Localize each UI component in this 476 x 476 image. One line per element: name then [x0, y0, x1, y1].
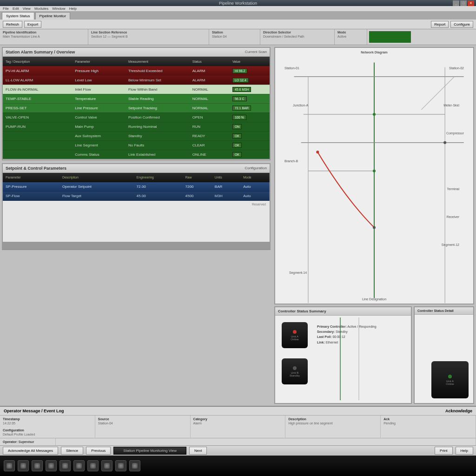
log-row[interactable]: Timestamp14:22:05SourceStation-04Categor… — [0, 416, 476, 427]
table-row[interactable]: FLOW-IN-NORMALInlet FlowFlow Within Band… — [3, 85, 270, 94]
status-badge: 100 % — [232, 115, 246, 120]
configure-button[interactable]: Configure — [450, 21, 473, 28]
menu-item[interactable]: View — [23, 7, 31, 11]
taskbar-app-icon[interactable] — [18, 460, 29, 471]
table-row[interactable]: SP-FlowFlow Target45.004500M3HAuto — [3, 192, 270, 201]
table-row[interactable]: TEMP-STABLETemperatureStable ReadingNORM… — [3, 94, 270, 103]
main-window: Pipeline Workstation _ □ ✕ File Edit Vie… — [0, 0, 476, 456]
status-badge: OK — [232, 133, 242, 139]
right-column: Network Diagram Stat — [272, 45, 476, 406]
menu-item[interactable]: Help — [69, 7, 77, 11]
node-label: Station-02 — [449, 66, 464, 70]
section-title: Operator Message / Event Log — [4, 409, 64, 413]
reserved-label: Reserved — [252, 203, 266, 206]
help-button[interactable]: Help — [456, 447, 473, 455]
taskbar-app-icon[interactable] — [129, 460, 140, 471]
title-bar: Pipeline Workstation _ □ ✕ — [0, 0, 476, 6]
maximize-button[interactable]: □ — [460, 0, 467, 6]
summary-value: Active — [337, 35, 364, 38]
node-label: Receiver — [446, 215, 459, 218]
panel-title: Setpoint & Control Parameters — [6, 166, 66, 171]
node-label: Terminal — [447, 187, 459, 191]
node-label: Compressor — [446, 132, 464, 135]
print-button[interactable]: Print — [435, 447, 452, 455]
panel-title: Controller Status Summary — [278, 309, 326, 313]
tab-pipeline-monitor[interactable]: Pipeline Monitor — [35, 12, 70, 20]
resize-grip[interactable] — [3, 242, 270, 249]
table-row[interactable]: LL-LOW ALARMLevel LowBelow Minimum SetAL… — [3, 75, 270, 85]
node-label: Line Designation — [362, 298, 386, 301]
controller-status-area: Controller Status Summary Unit A Online … — [274, 306, 474, 404]
diagram-svg — [275, 48, 473, 304]
table-row[interactable]: Comms StatusLink EstablishedONLINEOK — [3, 150, 270, 159]
table-row[interactable]: VALVE-OPENControl ValvePosition Confirme… — [3, 112, 270, 122]
status-badge: OK — [232, 152, 242, 157]
field-row: Last Poll: 00:00:12 — [317, 334, 407, 339]
taskbar-app-icon[interactable] — [46, 460, 57, 471]
window-title: Pipeline Workstation — [219, 1, 257, 6]
node-label: Junction-A — [293, 104, 308, 107]
controller-detail-panel: Controller Status Detail Unit A Online — [414, 306, 474, 404]
silence-button[interactable]: Silence — [61, 447, 83, 455]
status-dot-green-icon — [448, 375, 452, 378]
taskbar-app-icon[interactable] — [101, 460, 112, 471]
close-button[interactable]: ✕ — [468, 0, 474, 6]
taskbar-app-icon[interactable] — [32, 460, 43, 471]
alarm-summary-panel: Station Alarm Summary / Overview Current… — [2, 47, 271, 160]
summary-label: Line Section Reference — [91, 31, 206, 34]
log-row[interactable]: ConfigurationDefault Profile Loaded — [0, 427, 476, 438]
body-split: Station Alarm Summary / Overview Current… — [0, 45, 476, 406]
network-diagram-panel[interactable]: Network Diagram Stat — [274, 47, 474, 304]
taskbar-app-icon[interactable] — [115, 460, 126, 471]
svg-point-11 — [373, 226, 376, 229]
menu-item[interactable]: Modules — [34, 7, 48, 11]
table-row[interactable]: Aux SubsystemStandbyREADYOK — [3, 131, 270, 140]
event-log-section: Operator Message / Event Log Acknowledge… — [0, 406, 476, 445]
panel-title: Controller Status Detail — [417, 309, 454, 312]
summary-value: Station 04 — [212, 35, 257, 38]
setpoint-table: Parameter Description Engineering Raw Un… — [3, 173, 270, 201]
taskbar-app-icon[interactable] — [87, 460, 99, 471]
svg-point-10 — [316, 151, 319, 153]
refresh-button[interactable]: Refresh — [3, 21, 22, 28]
table-row[interactable]: PUMP-RUNMain PumpRunning NominalRUNON — [3, 122, 270, 131]
status-bar: Acknowledge All Messages Silence Previou… — [0, 445, 476, 456]
status-display: Station Pipeline Monitoring View — [113, 447, 186, 455]
ack-label[interactable]: Acknowledge — [445, 409, 472, 413]
export-button[interactable]: Export — [24, 21, 41, 28]
menu-item[interactable]: Window — [52, 7, 65, 11]
controller-detail-icon[interactable]: Unit A Online — [431, 361, 469, 398]
node-label: Branch-B — [284, 159, 298, 163]
report-button[interactable]: Report — [431, 21, 449, 28]
next-button[interactable]: Next — [189, 447, 207, 455]
controller-unit-icon[interactable]: Unit B Standby — [282, 358, 308, 384]
node-label: Station-01 — [284, 66, 299, 70]
taskbar-app-icon[interactable] — [60, 460, 71, 471]
prev-button[interactable]: Previous — [86, 447, 111, 455]
ack-all-button[interactable]: Acknowledge All Messages — [3, 447, 58, 455]
node-label: Segment-14 — [289, 271, 307, 274]
status-dot-red-icon — [293, 330, 297, 334]
alarm-table: Tag / Description Parameter Measurement … — [3, 57, 270, 159]
diagram-title: Network Diagram — [361, 51, 388, 54]
table-row[interactable]: SP-PressureOperator Setpoint72.007200BAR… — [3, 182, 270, 192]
status-badge: 56.3 C — [232, 96, 247, 101]
controller-unit-icon[interactable]: Unit A Online — [282, 322, 308, 348]
tab-strip: System Status Pipeline Monitor — [0, 11, 476, 20]
menu-item[interactable]: File — [3, 7, 9, 11]
summary-label: Direction Selector — [263, 31, 331, 34]
reserved-area: Reserved — [3, 201, 270, 242]
minimize-button[interactable]: _ — [453, 0, 459, 6]
table-row[interactable]: PRESS-SETLine PressureSetpoint TrackingN… — [3, 103, 270, 112]
status-badge: OK — [232, 143, 242, 148]
table-row[interactable]: PV-HI ALARMPressure HighThreshold Exceed… — [3, 66, 270, 75]
taskbar-app-icon[interactable] — [73, 460, 85, 471]
taskbar-app-icon[interactable] — [4, 460, 15, 471]
tab-system-status[interactable]: System Status — [2, 12, 34, 20]
unit-status: Online — [291, 338, 298, 341]
summary-label: Mode — [337, 31, 364, 34]
setpoint-panel: Setpoint & Control Parameters Configurat… — [2, 163, 271, 251]
taskbar — [0, 456, 476, 476]
table-row[interactable]: Line SegmentNo FaultsCLEAROK — [3, 140, 270, 150]
menu-item[interactable]: Edit — [13, 7, 19, 11]
